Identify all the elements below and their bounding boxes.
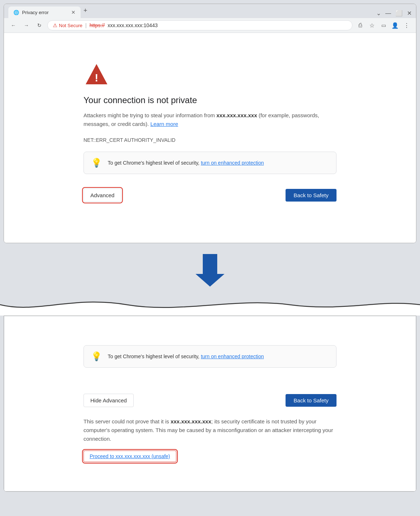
url-host: xxx.xxx.xxx.xxx:10443 (108, 22, 158, 28)
minimize-icon[interactable]: ⌄ (376, 10, 381, 17)
error-host: xxx.xxx.xxx.xxx (217, 112, 257, 118)
learn-more-link[interactable]: Learn more (150, 121, 178, 127)
not-secure-label: Not Secure (59, 23, 82, 28)
bookmark-icon[interactable]: ☆ (367, 20, 377, 30)
bulb-icon: 💡 (91, 158, 102, 168)
wave-divider (0, 294, 420, 316)
down-arrow-icon (196, 254, 224, 287)
warning-icon: ! (83, 62, 110, 88)
sidebar-icon[interactable]: ▭ (378, 20, 389, 30)
button-row: Advanced Back to Safety (83, 189, 337, 202)
security-tip-text-2: To get Chrome's highest level of securit… (108, 354, 264, 359)
advanced-description: This server could not prove that it is x… (83, 417, 337, 443)
advanced-content: 💡 To get Chrome's highest level of secur… (4, 316, 416, 491)
address-divider: | (85, 22, 87, 28)
tab-bar: 🌐 Privacy error ✕ + ⌄ — ⬜ ✕ (4, 4, 416, 18)
restore-icon[interactable]: — (385, 10, 391, 17)
active-tab[interactable]: 🌐 Privacy error ✕ (8, 7, 81, 18)
error-title: Your connection is not private (83, 95, 197, 105)
forward-button[interactable]: → (21, 20, 31, 30)
enhanced-protection-link[interactable]: turn on enhanced protection (201, 160, 264, 166)
security-tip-prefix: To get Chrome's highest level of securit… (108, 160, 201, 166)
new-tab-button[interactable]: + (81, 4, 90, 17)
error-page-content: ! Your connection is not private Attacke… (4, 33, 416, 243)
proceed-link[interactable]: Proceed to xxx.xxx.xxx.xxx (unsafe) (83, 451, 176, 462)
hide-advanced-button[interactable]: Hide Advanced (83, 394, 134, 407)
tab-title: Privacy error (22, 10, 49, 15)
back-to-safety-button-2[interactable]: Back to Safety (286, 394, 337, 407)
advanced-desc-prefix: This server could not prove that it is (83, 418, 171, 424)
bulb-icon-2: 💡 (91, 351, 102, 361)
maximize-icon[interactable]: ⬜ (395, 10, 403, 17)
back-to-safety-button[interactable]: Back to Safety (286, 189, 337, 202)
advanced-button[interactable]: Advanced (83, 189, 121, 202)
share-icon[interactable]: ⎙ (355, 20, 365, 30)
advanced-panel: 💡 To get Chrome's highest level of secur… (4, 316, 416, 492)
advanced-container: 💡 To get Chrome's highest level of secur… (83, 331, 337, 477)
advanced-host: xxx.xxx.xxx.xxx (171, 418, 211, 424)
enhanced-protection-link-2[interactable]: turn on enhanced protection (201, 354, 264, 359)
advanced-button-row: Hide Advanced Back to Safety (83, 394, 337, 407)
security-tip-box-2: 💡 To get Chrome's highest level of secur… (83, 345, 337, 368)
error-description: Attackers might be trying to steal your … (83, 111, 337, 128)
profile-icon[interactable]: 👤 (390, 20, 400, 30)
error-desc-prefix: Attackers might be trying to steal your … (83, 112, 217, 118)
tab-close-button[interactable]: ✕ (71, 9, 76, 15)
browser-toolbar: ← → ↻ ⚠ Not Secure | https://xxx.xxx.xxx… (4, 18, 416, 33)
not-secure-badge: ⚠ Not Secure (53, 22, 82, 28)
svg-marker-2 (196, 254, 224, 287)
toolbar-actions: ⎙ ☆ ▭ 👤 ⋮ (355, 20, 412, 30)
security-tip-prefix-2: To get Chrome's highest level of securit… (108, 354, 201, 359)
back-button[interactable]: ← (8, 20, 18, 30)
security-tip-box: 💡 To get Chrome's highest level of secur… (83, 152, 337, 174)
url-prefix: https:// (90, 22, 105, 28)
address-bar[interactable]: ⚠ Not Secure | https://xxx.xxx.xxx.xxx:1… (47, 20, 352, 30)
tab-favicon: 🌐 (13, 10, 19, 15)
error-container: ! Your connection is not private Attacke… (83, 47, 337, 216)
svg-text:!: ! (95, 72, 98, 84)
reload-button[interactable]: ↻ (34, 20, 44, 30)
security-tip-text: To get Chrome's highest level of securit… (108, 160, 264, 166)
error-code: NET::ERR_CERT AUTHORITY_INVALID (83, 137, 175, 143)
close-window-icon[interactable]: ✕ (407, 10, 412, 17)
warning-triangle-icon: ⚠ (53, 22, 57, 28)
arrow-section (0, 243, 420, 294)
menu-icon[interactable]: ⋮ (402, 20, 412, 30)
browser-window: 🌐 Privacy error ✕ + ⌄ — ⬜ ✕ ← → ↻ ⚠ Not … (4, 4, 416, 243)
